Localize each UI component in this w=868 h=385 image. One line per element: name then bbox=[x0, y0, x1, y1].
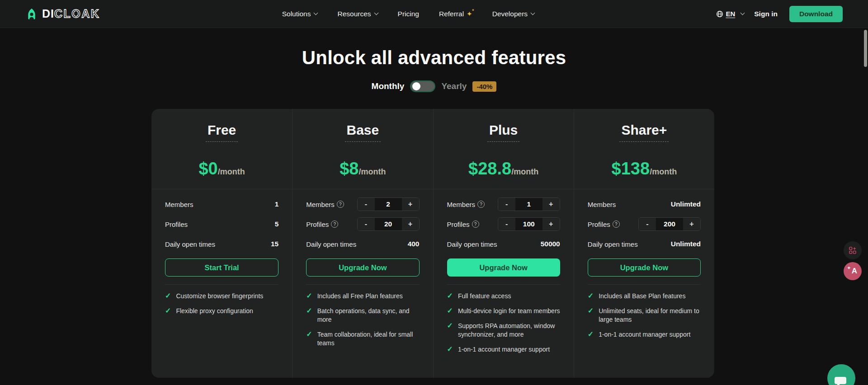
yearly-label[interactable]: Yearly bbox=[441, 81, 467, 91]
upgrade-now-button-plus[interactable]: Upgrade Now bbox=[447, 258, 560, 277]
price-period: /month bbox=[359, 167, 386, 177]
check-icon: ✓ bbox=[588, 330, 594, 338]
feature-text: Includes all Base Plan features bbox=[599, 291, 685, 300]
nav-right-group: EN Sign in Download bbox=[716, 6, 843, 22]
row-label: Profiles? bbox=[306, 221, 338, 228]
feature-item: ✓Batch operations, data sync, and more bbox=[306, 306, 419, 324]
chevron-down-icon bbox=[741, 11, 745, 15]
row-label: Daily open times bbox=[447, 240, 497, 248]
grid-sparkle-icon bbox=[848, 246, 857, 255]
nav-item-resources[interactable]: Resources bbox=[337, 10, 377, 18]
check-icon: ✓ bbox=[306, 291, 312, 300]
stepper-value[interactable]: 2 bbox=[375, 198, 402, 211]
translate-letter: A bbox=[852, 267, 857, 276]
brand-logo[interactable]: DICLOAK bbox=[25, 7, 100, 20]
help-icon[interactable]: ? bbox=[613, 221, 620, 228]
feature-item: ✓Multi-device login for team members bbox=[447, 306, 560, 315]
plan-row-daily-open-times: Daily open timesUnlimted bbox=[588, 234, 701, 254]
feature-text: 1-on-1 account manager support bbox=[458, 345, 550, 354]
plan-limit-rows: Members?-2+Profiles?-20+Daily open times… bbox=[306, 189, 419, 254]
nav-item-pricing[interactable]: Pricing bbox=[398, 10, 419, 18]
chat-widget-button[interactable] bbox=[827, 364, 855, 385]
check-icon: ✓ bbox=[588, 306, 594, 315]
sign-in-link[interactable]: Sign in bbox=[754, 10, 778, 18]
help-icon[interactable]: ? bbox=[477, 201, 485, 208]
upgrade-now-button-share[interactable]: Upgrade Now bbox=[588, 258, 701, 277]
stepper-increment-button[interactable]: + bbox=[542, 218, 560, 230]
plan-card-free: Free$0/monthMembers1Profiles5Daily open … bbox=[151, 109, 292, 378]
plan-row-daily-open-times: Daily open times400 bbox=[306, 234, 419, 254]
nav-item-label: Resources bbox=[337, 10, 371, 18]
price-period: /month bbox=[218, 167, 245, 177]
billing-toggle[interactable] bbox=[410, 80, 435, 92]
quantity-stepper: -100+ bbox=[498, 217, 560, 231]
stepper-value[interactable]: 200 bbox=[656, 218, 683, 230]
plan-row-profiles: Profiles?-20+ bbox=[306, 214, 419, 234]
feature-item: ✓Full feature access bbox=[447, 291, 560, 300]
download-button[interactable]: Download bbox=[789, 6, 843, 22]
stepper-value[interactable]: 1 bbox=[515, 198, 542, 211]
row-label: Daily open times bbox=[306, 240, 356, 248]
help-icon[interactable]: ? bbox=[331, 221, 338, 228]
check-icon: ✓ bbox=[447, 321, 453, 330]
check-icon: ✓ bbox=[447, 291, 453, 300]
row-value: 5 bbox=[275, 220, 279, 228]
plan-row-members: MembersUnlimted bbox=[588, 194, 701, 214]
stepper-increment-button[interactable]: + bbox=[402, 218, 419, 230]
nav-item-referral[interactable]: Referral✦✦ bbox=[439, 10, 472, 18]
plan-price: $8/month bbox=[306, 159, 419, 178]
stepper-increment-button[interactable]: + bbox=[402, 198, 419, 211]
stepper-decrement-button[interactable]: - bbox=[358, 198, 375, 211]
quantity-stepper: -20+ bbox=[357, 217, 420, 231]
upgrade-now-button-base[interactable]: Upgrade Now bbox=[306, 258, 419, 277]
stepper-decrement-button[interactable]: - bbox=[498, 198, 515, 211]
plan-name: Plus bbox=[489, 122, 518, 137]
scrollbar-thumb[interactable] bbox=[864, 30, 867, 67]
plan-name-underline: Free bbox=[206, 122, 238, 142]
plan-limit-rows: Members1Profiles5Daily open times15 bbox=[165, 189, 278, 254]
extension-grid-button[interactable] bbox=[844, 241, 862, 259]
features-divider bbox=[165, 284, 278, 285]
stepper-value[interactable]: 20 bbox=[375, 218, 402, 230]
plan-row-members: Members?-2+ bbox=[306, 194, 419, 214]
brand-di: DI bbox=[42, 7, 54, 20]
stepper-decrement-button[interactable]: - bbox=[358, 218, 375, 230]
nav-item-developers[interactable]: Developers bbox=[492, 10, 534, 18]
brand-cloak: CLOAK bbox=[54, 7, 100, 20]
feature-item: ✓Supports RPA automation, window synchro… bbox=[447, 321, 560, 339]
translate-button[interactable]: ✦A bbox=[844, 262, 862, 280]
help-icon[interactable]: ? bbox=[472, 221, 479, 228]
row-label: Daily open times bbox=[588, 240, 638, 248]
row-label: Members bbox=[588, 201, 616, 208]
plan-card-base: Base$8/monthMembers?-2+Profiles?-20+Dail… bbox=[292, 109, 433, 378]
globe-icon bbox=[716, 10, 723, 18]
stepper-decrement-button[interactable]: - bbox=[498, 218, 515, 230]
plan-name-underline: Plus bbox=[487, 122, 519, 142]
row-value: 15 bbox=[271, 240, 278, 248]
toggle-knob bbox=[412, 82, 420, 90]
check-icon: ✓ bbox=[306, 306, 312, 315]
stepper-value[interactable]: 100 bbox=[515, 218, 542, 230]
row-label: Members? bbox=[306, 201, 344, 208]
plan-limit-rows: MembersUnlimtedProfiles?-200+Daily open … bbox=[588, 189, 701, 254]
nav-item-solutions[interactable]: Solutions bbox=[282, 10, 318, 18]
row-value: 1 bbox=[275, 200, 279, 208]
help-icon[interactable]: ? bbox=[337, 201, 344, 208]
language-selector[interactable]: EN bbox=[716, 10, 744, 18]
feature-text: Batch operations, data sync, and more bbox=[317, 306, 420, 324]
stepper-increment-button[interactable]: + bbox=[683, 218, 700, 230]
plan-row-daily-open-times: Daily open times15 bbox=[165, 234, 278, 254]
stepper-increment-button[interactable]: + bbox=[542, 198, 560, 211]
plan-row-members: Members?-1+ bbox=[447, 194, 560, 214]
plan-name-underline: Share+ bbox=[619, 122, 669, 142]
feature-list: ✓Includes all Free Plan features✓Batch o… bbox=[306, 291, 419, 347]
row-label: Profiles? bbox=[588, 221, 620, 228]
dicloak-mascot-icon bbox=[25, 8, 38, 20]
row-value: Unlimted bbox=[671, 240, 701, 248]
stepper-decrement-button[interactable]: - bbox=[639, 218, 656, 230]
feature-list: ✓Customize browser fingerprints✓Flexible… bbox=[165, 291, 278, 315]
start-trial-button-free[interactable]: Start Trial bbox=[165, 258, 278, 277]
nav-item-label: Pricing bbox=[398, 10, 419, 18]
quantity-stepper: -200+ bbox=[638, 217, 701, 231]
monthly-label[interactable]: Monthly bbox=[372, 81, 405, 91]
